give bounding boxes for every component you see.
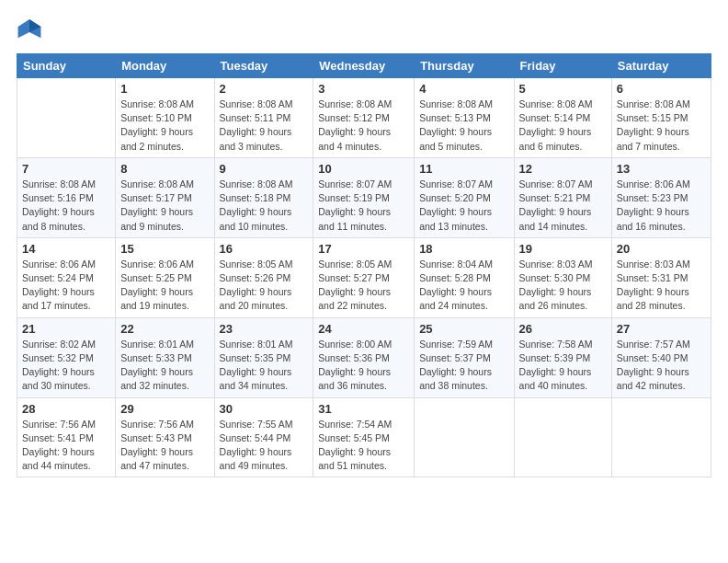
day-cell: 20Sunrise: 8:03 AMSunset: 5:31 PMDayligh… — [611, 237, 711, 317]
day-number: 25 — [419, 322, 508, 336]
day-number: 4 — [419, 82, 508, 96]
day-cell: 28Sunrise: 7:56 AMSunset: 5:41 PMDayligh… — [17, 397, 116, 477]
day-info: Sunrise: 7:56 AMSunset: 5:43 PMDaylight:… — [120, 418, 209, 474]
day-cell: 2Sunrise: 8:08 AMSunset: 5:11 PMDaylight… — [214, 78, 313, 158]
day-info: Sunrise: 8:06 AMSunset: 5:23 PMDaylight:… — [617, 178, 706, 234]
logo — [17, 17, 46, 42]
day-cell: 16Sunrise: 8:05 AMSunset: 5:26 PMDayligh… — [214, 237, 313, 317]
day-info: Sunrise: 7:58 AMSunset: 5:39 PMDaylight:… — [519, 338, 607, 394]
day-number: 18 — [419, 242, 508, 256]
header-row: SundayMondayTuesdayWednesdayThursdayFrid… — [17, 54, 711, 78]
day-info: Sunrise: 8:03 AMSunset: 5:30 PMDaylight:… — [519, 258, 607, 314]
day-number: 16 — [220, 242, 309, 256]
col-header-friday: Friday — [514, 54, 611, 78]
day-number: 21 — [22, 322, 110, 336]
day-number: 7 — [22, 162, 110, 176]
day-info: Sunrise: 8:05 AMSunset: 5:27 PMDaylight:… — [318, 258, 409, 314]
day-cell: 21Sunrise: 8:02 AMSunset: 5:32 PMDayligh… — [17, 317, 116, 397]
day-number: 22 — [120, 322, 209, 336]
day-number: 8 — [120, 162, 209, 176]
day-number: 19 — [519, 242, 607, 256]
day-cell: 8Sunrise: 8:08 AMSunset: 5:17 PMDaylight… — [116, 157, 214, 237]
day-number: 3 — [318, 82, 409, 96]
day-number: 5 — [519, 82, 607, 96]
day-number: 9 — [220, 162, 309, 176]
day-number: 23 — [220, 322, 309, 336]
day-info: Sunrise: 8:07 AMSunset: 5:19 PMDaylight:… — [318, 178, 409, 234]
day-number: 27 — [617, 322, 706, 336]
day-cell: 10Sunrise: 8:07 AMSunset: 5:19 PMDayligh… — [313, 157, 415, 237]
day-info: Sunrise: 8:06 AMSunset: 5:25 PMDaylight:… — [120, 258, 209, 314]
day-number: 11 — [419, 162, 508, 176]
day-cell: 13Sunrise: 8:06 AMSunset: 5:23 PMDayligh… — [611, 157, 711, 237]
day-cell: 9Sunrise: 8:08 AMSunset: 5:18 PMDaylight… — [214, 157, 313, 237]
day-info: Sunrise: 8:04 AMSunset: 5:28 PMDaylight:… — [419, 258, 508, 314]
header — [17, 17, 711, 42]
day-info: Sunrise: 7:54 AMSunset: 5:45 PMDaylight:… — [318, 418, 409, 474]
week-row-1: 1Sunrise: 8:08 AMSunset: 5:10 PMDaylight… — [17, 78, 711, 158]
day-info: Sunrise: 8:07 AMSunset: 5:20 PMDaylight:… — [419, 178, 508, 234]
col-header-thursday: Thursday — [415, 54, 514, 78]
day-cell: 25Sunrise: 7:59 AMSunset: 5:37 PMDayligh… — [415, 317, 514, 397]
day-info: Sunrise: 8:00 AMSunset: 5:36 PMDaylight:… — [318, 338, 409, 394]
col-header-wednesday: Wednesday — [313, 54, 415, 78]
day-number: 17 — [318, 242, 409, 256]
day-info: Sunrise: 8:08 AMSunset: 5:14 PMDaylight:… — [519, 98, 607, 154]
day-info: Sunrise: 8:08 AMSunset: 5:12 PMDaylight:… — [318, 98, 409, 154]
day-number: 20 — [617, 242, 706, 256]
day-cell: 11Sunrise: 8:07 AMSunset: 5:20 PMDayligh… — [415, 157, 514, 237]
day-info: Sunrise: 7:59 AMSunset: 5:37 PMDaylight:… — [419, 338, 508, 394]
day-cell — [611, 397, 711, 477]
day-cell: 19Sunrise: 8:03 AMSunset: 5:30 PMDayligh… — [514, 237, 611, 317]
day-cell — [17, 78, 116, 158]
day-info: Sunrise: 8:05 AMSunset: 5:26 PMDaylight:… — [220, 258, 309, 314]
page: SundayMondayTuesdayWednesdayThursdayFrid… — [0, 0, 728, 563]
week-row-4: 21Sunrise: 8:02 AMSunset: 5:32 PMDayligh… — [17, 317, 711, 397]
day-cell: 1Sunrise: 8:08 AMSunset: 5:10 PMDaylight… — [116, 78, 214, 158]
day-cell: 4Sunrise: 8:08 AMSunset: 5:13 PMDaylight… — [415, 78, 514, 158]
day-cell: 15Sunrise: 8:06 AMSunset: 5:25 PMDayligh… — [116, 237, 214, 317]
day-info: Sunrise: 8:01 AMSunset: 5:33 PMDaylight:… — [120, 338, 209, 394]
day-info: Sunrise: 8:08 AMSunset: 5:16 PMDaylight:… — [22, 178, 110, 234]
day-cell: 5Sunrise: 8:08 AMSunset: 5:14 PMDaylight… — [514, 78, 611, 158]
col-header-monday: Monday — [116, 54, 214, 78]
day-info: Sunrise: 8:07 AMSunset: 5:21 PMDaylight:… — [519, 178, 607, 234]
day-info: Sunrise: 8:03 AMSunset: 5:31 PMDaylight:… — [617, 258, 706, 314]
day-info: Sunrise: 8:08 AMSunset: 5:10 PMDaylight:… — [120, 98, 209, 154]
day-cell: 26Sunrise: 7:58 AMSunset: 5:39 PMDayligh… — [514, 317, 611, 397]
calendar-table: SundayMondayTuesdayWednesdayThursdayFrid… — [17, 53, 711, 477]
day-cell: 7Sunrise: 8:08 AMSunset: 5:16 PMDaylight… — [17, 157, 116, 237]
day-cell: 24Sunrise: 8:00 AMSunset: 5:36 PMDayligh… — [313, 317, 415, 397]
day-cell — [514, 397, 611, 477]
day-cell: 29Sunrise: 7:56 AMSunset: 5:43 PMDayligh… — [116, 397, 214, 477]
day-number: 1 — [120, 82, 209, 96]
day-cell: 22Sunrise: 8:01 AMSunset: 5:33 PMDayligh… — [116, 317, 214, 397]
day-number: 14 — [22, 242, 110, 256]
day-info: Sunrise: 8:01 AMSunset: 5:35 PMDaylight:… — [220, 338, 309, 394]
week-row-2: 7Sunrise: 8:08 AMSunset: 5:16 PMDaylight… — [17, 157, 711, 237]
day-info: Sunrise: 7:57 AMSunset: 5:40 PMDaylight:… — [617, 338, 706, 394]
week-row-3: 14Sunrise: 8:06 AMSunset: 5:24 PMDayligh… — [17, 237, 711, 317]
day-info: Sunrise: 8:08 AMSunset: 5:13 PMDaylight:… — [419, 98, 508, 154]
day-number: 12 — [519, 162, 607, 176]
day-info: Sunrise: 8:08 AMSunset: 5:15 PMDaylight:… — [617, 98, 706, 154]
col-header-tuesday: Tuesday — [214, 54, 313, 78]
logo-icon — [17, 17, 42, 42]
day-number: 28 — [22, 402, 110, 416]
day-info: Sunrise: 8:08 AMSunset: 5:18 PMDaylight:… — [220, 178, 309, 234]
day-info: Sunrise: 8:02 AMSunset: 5:32 PMDaylight:… — [22, 338, 110, 394]
day-info: Sunrise: 8:06 AMSunset: 5:24 PMDaylight:… — [22, 258, 110, 314]
day-cell: 3Sunrise: 8:08 AMSunset: 5:12 PMDaylight… — [313, 78, 415, 158]
day-info: Sunrise: 7:56 AMSunset: 5:41 PMDaylight:… — [22, 418, 110, 474]
day-cell — [415, 397, 514, 477]
week-row-5: 28Sunrise: 7:56 AMSunset: 5:41 PMDayligh… — [17, 397, 711, 477]
day-number: 6 — [617, 82, 706, 96]
day-info: Sunrise: 8:08 AMSunset: 5:17 PMDaylight:… — [120, 178, 209, 234]
day-cell: 31Sunrise: 7:54 AMSunset: 5:45 PMDayligh… — [313, 397, 415, 477]
day-cell: 23Sunrise: 8:01 AMSunset: 5:35 PMDayligh… — [214, 317, 313, 397]
day-number: 30 — [220, 402, 309, 416]
day-cell: 14Sunrise: 8:06 AMSunset: 5:24 PMDayligh… — [17, 237, 116, 317]
day-cell: 18Sunrise: 8:04 AMSunset: 5:28 PMDayligh… — [415, 237, 514, 317]
day-cell: 6Sunrise: 8:08 AMSunset: 5:15 PMDaylight… — [611, 78, 711, 158]
day-number: 10 — [318, 162, 409, 176]
